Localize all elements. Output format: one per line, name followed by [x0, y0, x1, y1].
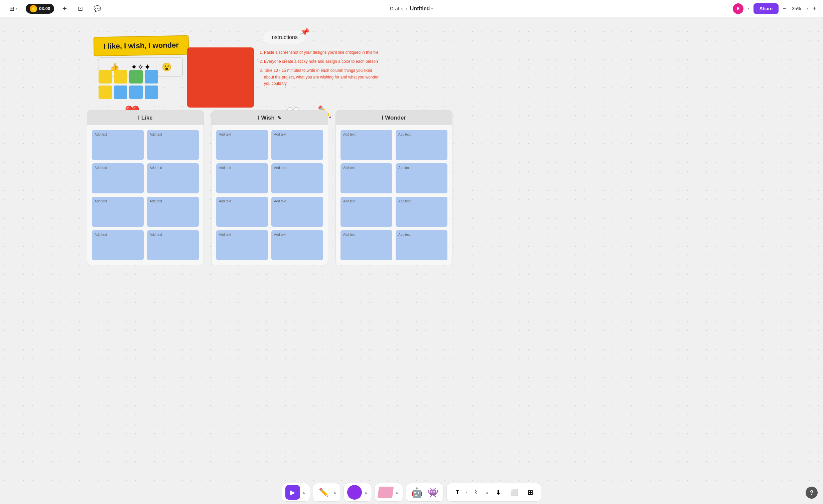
columns-section: I Like Add text Add text Add text Add te…: [87, 110, 452, 265]
sticky-note[interactable]: Add text: [396, 163, 447, 193]
sticky-yellow-3: [99, 86, 112, 99]
sticky-note[interactable]: Add text: [147, 130, 199, 160]
sticky-note[interactable]: Add text: [92, 163, 144, 193]
edit-icon: ✎: [277, 115, 281, 121]
help-icon: ?: [810, 489, 814, 496]
sticky-note[interactable]: Add text: [92, 230, 144, 260]
cursor-section: ▶ ▲: [282, 483, 310, 502]
sparkle-button[interactable]: ✦: [59, 3, 70, 14]
canvas[interactable]: I like, I wish, I wonder 👍 ✦✧✦ 😮 Instruc…: [0, 17, 823, 481]
sticky-note[interactable]: Add text: [216, 197, 268, 227]
sticky-note[interactable]: Add text: [147, 197, 199, 227]
pink-shape-preview: [378, 487, 394, 498]
column-i-wish-header: I Wish ✎: [212, 111, 328, 125]
sticky-note[interactable]: Add text: [396, 197, 447, 227]
text-dot-icon: •: [466, 491, 467, 494]
column-i-wish: I Wish ✎ Add text Add text Add text Add …: [211, 110, 328, 265]
face-icon: 😮: [156, 60, 177, 74]
sticky-yellow-1: [99, 70, 112, 83]
column-i-wonder: I Wonder Add text Add text Add text Add …: [335, 110, 452, 265]
red-square-decoration: [187, 47, 254, 108]
sticker-section: 🤖 👾: [406, 483, 444, 502]
sticky-note[interactable]: Add text: [340, 230, 392, 260]
column-i-like-label: I Like: [138, 115, 152, 121]
title-card: I like, I wish, I wonder: [94, 35, 189, 56]
title-card-text: I like, I wish, I wonder: [104, 41, 179, 50]
instruction-step-1: Paste a screenshot of your designs you'd…: [264, 49, 381, 56]
sticker-button-2[interactable]: 👾: [425, 485, 440, 500]
pink-shape-section: ▲: [375, 483, 403, 502]
sticky-preview: [99, 70, 158, 99]
timer-badge: ⭐ 03:00: [26, 4, 54, 14]
pin-icon: 📌: [299, 27, 310, 37]
cursor-expand-icon[interactable]: ▲: [301, 490, 306, 494]
sticky-note[interactable]: Add text: [271, 197, 323, 227]
instructions-text: Paste a screenshot of your designs you'd…: [259, 47, 381, 108]
timer-text: 03:00: [39, 6, 50, 11]
cursor-icon: ▶: [290, 488, 295, 496]
instructions-content: Paste a screenshot of your designs you'd…: [187, 47, 381, 108]
sticky-yellow-2: [114, 70, 127, 83]
chat-button[interactable]: 💬: [91, 3, 104, 14]
column-i-wish-label: I Wish: [258, 115, 275, 121]
connector-expand-icon[interactable]: ▲: [485, 490, 490, 494]
bottom-toolbar: ▶ ▲ ✏️ ▲ ▲ ▲ 🤖 👾 T • ⌇ ▲ ⬇ ⬜ ⊞: [0, 481, 823, 504]
breadcrumb: Drafts / Untitled ▾: [390, 6, 433, 12]
sticky-note[interactable]: Add text: [271, 130, 323, 160]
stamp-tool-button[interactable]: ⬇: [491, 485, 506, 500]
sticky-note[interactable]: Add text: [396, 130, 447, 160]
chevron-down-icon-zoom: ▾: [807, 6, 809, 11]
sticky-blue-4: [145, 86, 158, 99]
sticky-note[interactable]: Add text: [271, 230, 323, 260]
instruction-step-3: Take 10 - 15 minutes to write in each co…: [264, 67, 381, 87]
sticky-note[interactable]: Add text: [340, 197, 392, 227]
chevron-down-icon-user: ▾: [747, 6, 749, 11]
zoom-in-button[interactable]: +: [813, 5, 816, 12]
sticky-note[interactable]: Add text: [147, 163, 199, 193]
sticky-note[interactable]: Add text: [216, 230, 268, 260]
sticky-note[interactable]: Add text: [340, 130, 392, 160]
breadcrumb-current-text: Untitled: [410, 6, 430, 12]
sticky-green: [129, 70, 143, 83]
tools-menu-button[interactable]: ⊞ ▾: [7, 3, 20, 14]
connector-tool-button[interactable]: ⌇: [468, 485, 483, 500]
breadcrumb-parent[interactable]: Drafts: [390, 6, 403, 11]
breadcrumb-current[interactable]: Untitled ▾: [410, 6, 433, 12]
layout-button[interactable]: ⊡: [75, 3, 86, 14]
user-avatar[interactable]: E: [733, 3, 743, 14]
instruction-step-2: Everyone create a sticky note and assign…: [264, 58, 381, 65]
pen-tool-button[interactable]: ✏️: [316, 485, 331, 500]
table-tool-button[interactable]: ⊞: [523, 485, 538, 500]
breadcrumb-separator: /: [406, 6, 407, 11]
sticky-note[interactable]: Add text: [92, 197, 144, 227]
sticky-blue-3: [129, 86, 143, 99]
zoom-level: 35%: [790, 6, 803, 11]
sticky-note[interactable]: Add text: [396, 230, 447, 260]
help-button[interactable]: ?: [806, 487, 818, 499]
text-tool-button[interactable]: T: [450, 485, 465, 500]
pink-expand-icon[interactable]: ▲: [394, 490, 399, 494]
column-i-like-body: Add text Add text Add text Add text Add …: [87, 125, 203, 265]
pink-shape-button[interactable]: [378, 485, 393, 500]
shape-circle-button[interactable]: [347, 485, 362, 500]
cursor-tool-button[interactable]: ▶: [285, 485, 300, 500]
sticker-button-1[interactable]: 🤖: [409, 485, 424, 500]
sticky-note[interactable]: Add text: [216, 130, 268, 160]
shape-expand-icon[interactable]: ▲: [363, 490, 368, 494]
column-i-like: I Like Add text Add text Add text Add te…: [87, 110, 204, 265]
column-i-like-header: I Like: [87, 111, 203, 125]
pen-expand-icon[interactable]: ▲: [332, 490, 337, 494]
top-toolbar: ⊞ ▾ ⭐ 03:00 ✦ ⊡ 💬 Drafts / Untitled ▾ E …: [0, 0, 823, 17]
zoom-out-button[interactable]: −: [783, 5, 786, 12]
sticky-note[interactable]: Add text: [340, 163, 392, 193]
instructions-label: Instructions: [270, 34, 298, 40]
chevron-down-icon: ▾: [431, 6, 433, 11]
sticky-note[interactable]: Add text: [92, 130, 144, 160]
toolbar-left: ⊞ ▾ ⭐ 03:00 ✦ ⊡ 💬: [7, 3, 104, 14]
instructions-button[interactable]: Instructions 📌: [262, 31, 306, 44]
sticky-note[interactable]: Add text: [147, 230, 199, 260]
frame-tool-button[interactable]: ⬜: [507, 485, 522, 500]
share-button[interactable]: Share: [753, 3, 779, 14]
sticky-note[interactable]: Add text: [216, 163, 268, 193]
sticky-note[interactable]: Add text: [271, 163, 323, 193]
